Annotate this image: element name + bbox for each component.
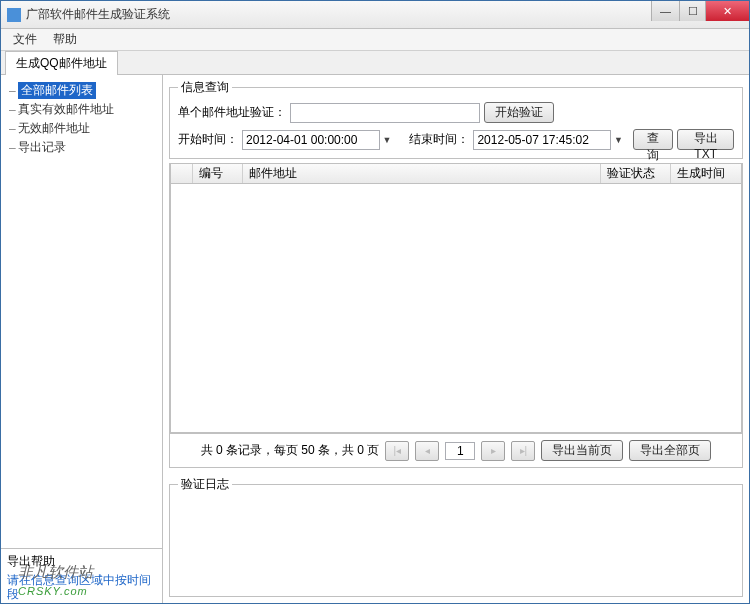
sidebar-item-label: 导出记录 — [18, 139, 66, 156]
verify-log-group: 验证日志 — [169, 476, 743, 597]
single-email-input[interactable] — [290, 103, 480, 123]
app-icon — [7, 8, 21, 22]
grid-col-time[interactable]: 生成时间 — [671, 164, 741, 183]
grid-col-email[interactable]: 邮件地址 — [243, 164, 601, 183]
export-all-pages-button[interactable]: 导出全部页 — [629, 440, 711, 461]
info-query-group: 信息查询 单个邮件地址验证： 开始验证 开始时间： ▼ 结束时间： — [169, 79, 743, 159]
sidebar-item-valid-mail[interactable]: – 真实有效邮件地址 — [5, 100, 158, 119]
sidebar: – 全部邮件列表 – 真实有效邮件地址 – 无效邮件地址 – 导出记录 导出帮助 — [1, 75, 163, 603]
grid-col-status[interactable]: 验证状态 — [601, 164, 671, 183]
query-button[interactable]: 查询 — [633, 129, 673, 150]
info-query-legend: 信息查询 — [178, 79, 232, 96]
grid-header: 编号 邮件地址 验证状态 生成时间 — [171, 164, 741, 184]
single-verify-label: 单个邮件地址验证： — [178, 104, 286, 121]
sidebar-item-label: 真实有效邮件地址 — [18, 101, 114, 118]
window-title: 广部软件邮件生成验证系统 — [26, 6, 749, 23]
pager-next-button[interactable]: ▸ — [481, 441, 505, 461]
app-window: 广部软件邮件生成验证系统 — ☐ ✕ 文件 帮助 生成QQ邮件地址 – 全部邮件… — [0, 0, 750, 604]
content-area: – 全部邮件列表 – 真实有效邮件地址 – 无效邮件地址 – 导出记录 导出帮助 — [1, 75, 749, 603]
export-txt-button[interactable]: 导出TXT — [677, 129, 734, 150]
grid-body — [171, 184, 741, 432]
verify-log-legend: 验证日志 — [178, 476, 232, 493]
export-help-header: 导出帮助 — [7, 553, 156, 570]
dropdown-icon[interactable]: ▼ — [380, 135, 394, 145]
start-time-label: 开始时间： — [178, 131, 238, 148]
tree-dash-icon: – — [9, 84, 16, 98]
menu-help[interactable]: 帮助 — [45, 29, 85, 50]
pager-page-input[interactable] — [445, 442, 475, 460]
menu-file[interactable]: 文件 — [5, 29, 45, 50]
grid-wrap: 编号 邮件地址 验证状态 生成时间 共 0 条记录，每页 50 条，共 0 页 … — [169, 163, 743, 468]
tree-dash-icon: – — [9, 103, 16, 117]
single-verify-row: 单个邮件地址验证： 开始验证 — [178, 102, 734, 123]
tree-dash-icon: – — [9, 141, 16, 155]
start-time-picker[interactable]: ▼ — [242, 130, 394, 150]
end-time-picker[interactable]: ▼ — [473, 130, 625, 150]
menubar: 文件 帮助 — [1, 29, 749, 51]
export-help-panel: 导出帮助 请在信息查询区域中按时间段 — [1, 548, 162, 603]
minimize-button[interactable]: — — [651, 1, 679, 21]
pager-info: 共 0 条记录，每页 50 条，共 0 页 — [201, 442, 380, 459]
tree-dash-icon: – — [9, 122, 16, 136]
pager-row: 共 0 条记录，每页 50 条，共 0 页 |◂ ◂ ▸ ▸| 导出当前页 导出… — [170, 433, 742, 467]
time-range-row: 开始时间： ▼ 结束时间： ▼ 查询 导出TXT — [178, 129, 734, 150]
sidebar-item-export-log[interactable]: – 导出记录 — [5, 138, 158, 157]
end-time-label: 结束时间： — [409, 131, 469, 148]
sidebar-item-label: 全部邮件列表 — [18, 82, 96, 99]
grid-col-number[interactable]: 编号 — [193, 164, 243, 183]
sidebar-item-invalid-mail[interactable]: – 无效邮件地址 — [5, 119, 158, 138]
window-controls: — ☐ ✕ — [651, 1, 749, 21]
maximize-button[interactable]: ☐ — [679, 1, 705, 21]
main-panel: 信息查询 单个邮件地址验证： 开始验证 开始时间： ▼ 结束时间： — [163, 75, 749, 603]
export-current-page-button[interactable]: 导出当前页 — [541, 440, 623, 461]
results-grid: 编号 邮件地址 验证状态 生成时间 — [170, 163, 742, 433]
end-time-input[interactable] — [473, 130, 611, 150]
grid-col-select[interactable] — [171, 164, 193, 183]
pager-prev-button[interactable]: ◂ — [415, 441, 439, 461]
close-button[interactable]: ✕ — [705, 1, 749, 21]
export-help-text: 请在信息查询区域中按时间段 — [7, 573, 156, 601]
titlebar: 广部软件邮件生成验证系统 — ☐ ✕ — [1, 1, 749, 29]
tabbar: 生成QQ邮件地址 — [1, 51, 749, 75]
sidebar-tree: – 全部邮件列表 – 真实有效邮件地址 – 无效邮件地址 – 导出记录 — [1, 75, 162, 548]
sidebar-item-label: 无效邮件地址 — [18, 120, 90, 137]
verify-log-body — [178, 499, 734, 581]
tab-generate-qq[interactable]: 生成QQ邮件地址 — [5, 51, 118, 75]
pager-first-button[interactable]: |◂ — [385, 441, 409, 461]
dropdown-icon[interactable]: ▼ — [611, 135, 625, 145]
pager-last-button[interactable]: ▸| — [511, 441, 535, 461]
start-verify-button[interactable]: 开始验证 — [484, 102, 554, 123]
start-time-input[interactable] — [242, 130, 380, 150]
sidebar-item-all-mail[interactable]: – 全部邮件列表 — [5, 81, 158, 100]
